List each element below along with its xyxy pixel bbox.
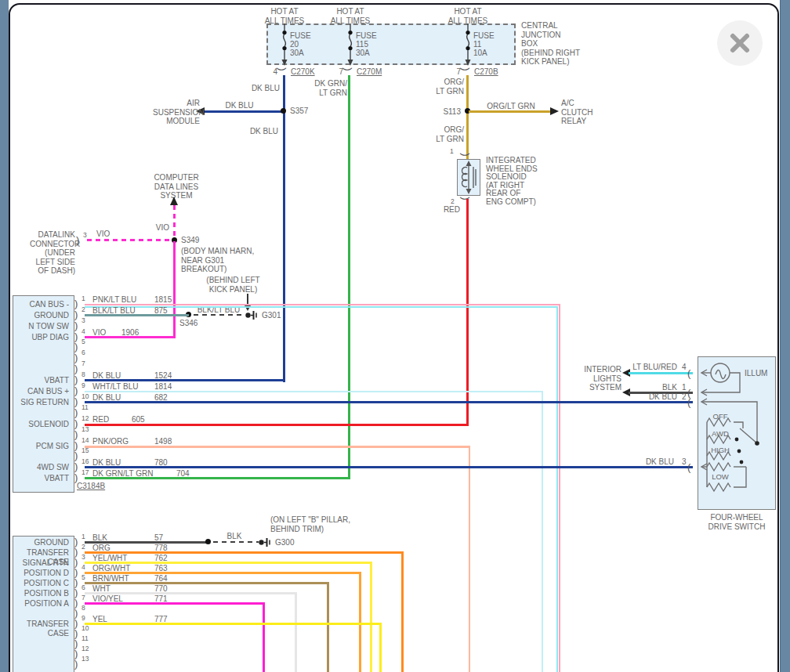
pin-label: CAN BUS + (14, 387, 69, 396)
pin-bracket: ) (74, 352, 78, 363)
pin-number: 10 (82, 625, 89, 632)
wire-vio-dashed (87, 239, 173, 241)
circuit-number: 1815 (154, 295, 172, 305)
fuse-3-title: FUSE (473, 31, 495, 41)
circuit-number: 770 (154, 584, 168, 594)
connector-name-c270k: C270K (291, 67, 315, 77)
pin-bracket: ) (74, 298, 78, 309)
switch-position-awd: AWD (712, 429, 729, 438)
wire-org-h (85, 551, 404, 554)
wire-label: DK BLU (222, 101, 257, 110)
circuit-number: 778 (154, 544, 168, 553)
arrow-right-icon (550, 107, 559, 115)
pin-label: SOLENOID (14, 420, 69, 429)
wire-vio-solid (173, 241, 176, 338)
wire-label-dk-grn-lt-grn: DK GRN/ LT GRN (310, 79, 347, 97)
pin-number: 7 (82, 360, 85, 367)
fuse-2-number: 115 (356, 40, 368, 49)
circuit-number: 762 (154, 554, 168, 563)
switch-position-high: HIGH (711, 446, 730, 454)
wire-vio-yel-v (263, 602, 265, 672)
circuit-number: 1524 (154, 371, 172, 381)
wire-yel-v (379, 623, 382, 672)
frame-left-strip (0, 0, 9, 672)
wire-name: ORG/WHT (92, 564, 130, 573)
fuse-2-rating: 30A (356, 49, 370, 58)
wire-dkblu-pin10 (85, 401, 693, 403)
pin-bracket: ( (687, 368, 690, 378)
wire-yel-wht-v (370, 562, 372, 672)
close-icon (717, 20, 763, 66)
wire-label-org-lt-grn: ORG/ LT GRN (427, 78, 464, 96)
pin-number: 3 (82, 317, 85, 324)
illum-label: ILLUM (745, 369, 767, 378)
hot-at-label-2: HOT AT ALL TIMES (327, 7, 374, 25)
pin-label: POSITION A (14, 599, 69, 609)
pin-number: 10 (82, 393, 89, 400)
circuit-number: 605 (132, 415, 145, 425)
pin-number: 7 (332, 67, 343, 77)
connector-arc: ) (461, 153, 471, 156)
pin-bracket: ) (74, 374, 78, 385)
fuse-1-rating: 30A (290, 49, 304, 58)
fuse-3-number: 11 (473, 40, 481, 49)
circuit-number: 780 (154, 458, 168, 468)
interior-lights-label: INTERIOR LIGHTS SYSTEM (578, 365, 621, 392)
pin-label: PCM SIG (14, 442, 69, 451)
pin-number: 11 (82, 635, 89, 642)
wire-dkblu-feed (283, 75, 285, 382)
pin-bracket: ) (74, 407, 78, 417)
wire-gold-feed (466, 75, 469, 160)
air-suspension-label: AIR SUSPENSION MODULE (153, 99, 200, 126)
connector-name-c3184b: C3184B (77, 482, 105, 491)
pin-number: 12 (82, 415, 89, 422)
wire-pnk-ltblu-v2 (556, 306, 558, 672)
pin-number: 9 (82, 615, 85, 622)
pin-number: 4 (82, 564, 85, 571)
connector-name-c270b: C270B (474, 67, 498, 77)
pin-label: CAN BUS - (14, 300, 69, 309)
close-button[interactable] (717, 20, 763, 66)
pin-label: SIGNAL RTN (14, 558, 69, 568)
pin-label: SIG RETURN (14, 398, 69, 407)
circuit-number: 57 (154, 533, 163, 543)
circuit-number: 1814 (154, 382, 172, 392)
pin-label: VBATT (14, 376, 69, 385)
splice-label-s349: S349 (181, 236, 199, 245)
pin-label: POSITION B (14, 589, 69, 598)
circuit-number: 1906 (121, 328, 139, 338)
wire-name: DK GRN/LT GRN (92, 469, 153, 479)
wire-name: BRN/WHT (92, 574, 129, 583)
circuit-number: 875 (154, 306, 168, 316)
pin-number: 5 (82, 574, 85, 581)
wire-org-wht-v (359, 572, 361, 672)
wire-label: ORG/ LT GRN (429, 125, 464, 143)
datalink-connector-label: DATALINK CONNECTOR (UNDER LEFT SIDE OF D… (30, 230, 75, 276)
ground-label-g301: G301 (262, 311, 281, 320)
pin-label: GROUND (14, 311, 69, 320)
pin-number: 5 (82, 338, 85, 345)
pin-label: VBATT (14, 474, 69, 483)
wire-name: RED (92, 415, 109, 425)
pin-bracket: ) (74, 309, 78, 320)
g301-note: (BEHIND LEFT KICK PANEL) (200, 276, 266, 294)
splice-label-s346: S346 (179, 319, 198, 328)
pin-bracket: ) (74, 396, 78, 406)
wire-name: VIO (92, 328, 106, 338)
pin-number: 7 (450, 67, 461, 77)
pin-number: 6 (82, 349, 85, 356)
wire-org-v (401, 551, 404, 672)
wire-pnk-org-v (469, 446, 471, 672)
arrow-up-icon (170, 197, 178, 205)
pin-bracket: ) (74, 429, 78, 439)
wire-name: PNK/LT BLU (92, 295, 136, 305)
frame-right-strip (780, 0, 790, 672)
pin-label: UBP DIAG (14, 333, 69, 342)
pin-number: 12 (82, 645, 89, 652)
wire-grn-feed (348, 75, 350, 479)
pin-number: 14 (82, 437, 89, 444)
wire-name: BLK/LT BLU (92, 306, 136, 316)
pin-number: 1 (682, 383, 687, 392)
circuit-number: 704 (176, 469, 190, 479)
wire-wht-ltblu-v (542, 391, 543, 672)
